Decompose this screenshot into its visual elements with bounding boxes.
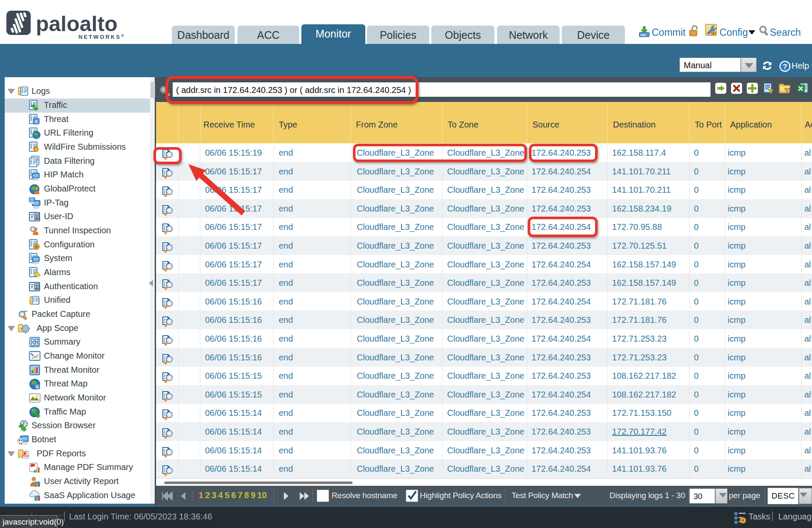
svg-text:PDF: PDF	[23, 454, 29, 458]
svg-text:?: ?	[783, 63, 787, 71]
svg-text:x: x	[35, 119, 38, 124]
svg-text:x: x	[36, 384, 38, 389]
